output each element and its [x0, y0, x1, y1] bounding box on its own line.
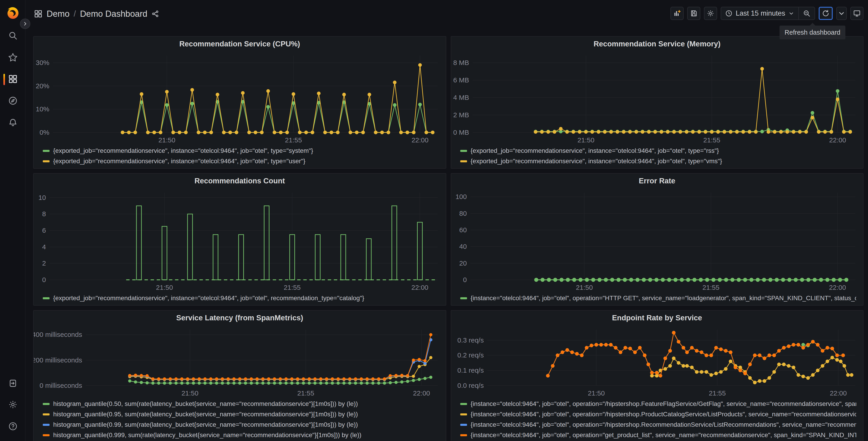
time-series-chart[interactable]: 0%10%20%30%21:5021:5522:00	[34, 51, 446, 145]
gear-icon	[707, 9, 714, 17]
svg-text:21:55: 21:55	[702, 284, 719, 291]
legend-item[interactable]: {instance="otelcol:9464", job="otel", op…	[460, 293, 857, 303]
svg-text:400 milliseconds: 400 milliseconds	[34, 331, 82, 338]
sidebar-item-alerting[interactable]	[6, 116, 20, 129]
legend-swatch	[460, 160, 467, 162]
save-icon	[690, 9, 698, 17]
legend-swatch	[43, 403, 50, 405]
svg-text:2: 2	[42, 259, 46, 267]
time-series-chart[interactable]: 0 MB2 MB4 MB6 MB8 MB21:5021:5522:00	[451, 51, 863, 145]
panel-error-rate: Error Rate 02040608010021:5021:5522:00 {…	[451, 173, 864, 305]
refresh-interval-button[interactable]	[836, 7, 847, 20]
dashboard-grid: Recommendation Service (CPU%) 0%10%20%30…	[33, 36, 864, 441]
bar-chart[interactable]: 024681021:5021:5522:00	[34, 188, 446, 293]
panel-title[interactable]: Service Latency (from SpanMetrics)	[34, 311, 446, 325]
refresh-dashboard-button[interactable]	[819, 7, 833, 20]
legend-item[interactable]: {instance="otelcol:9464", job="otel", op…	[460, 409, 857, 419]
sidebar-item-settings[interactable]	[6, 398, 20, 411]
sidebar-item-explore[interactable]	[6, 94, 20, 107]
legend-item[interactable]: {exported_job="recommendationservice", i…	[460, 146, 857, 156]
svg-text:21:55: 21:55	[703, 136, 720, 144]
legend-label: {exported_job="recommendationservice", i…	[471, 147, 719, 154]
legend-swatch	[43, 424, 50, 426]
time-series-chart[interactable]: 02040608010021:5021:5522:00	[451, 188, 863, 293]
sidebar-item-starred[interactable]	[6, 51, 20, 64]
panel-service-latency: Service Latency (from SpanMetrics) 0 mil…	[33, 310, 446, 441]
breadcrumb-page[interactable]: Demo Dashboard	[80, 9, 147, 19]
legend-swatch	[43, 297, 50, 299]
time-series-chart[interactable]: 0 milliseconds200 milliseconds400 millis…	[34, 325, 446, 398]
refresh-tooltip: Refresh dashboard	[779, 26, 845, 39]
legend-item[interactable]: {instance="otelcol:9464", job="otel", op…	[460, 399, 857, 409]
add-panel-button[interactable]	[671, 7, 684, 20]
svg-text:22:00: 22:00	[829, 136, 846, 144]
chevron-down-icon	[838, 9, 845, 17]
dashboard-settings-button[interactable]	[704, 7, 717, 20]
legend-label: {instance="otelcol:9464", job="otel", op…	[471, 400, 857, 408]
legend-label: {exported_job="recommendationservice", i…	[53, 157, 306, 165]
grafana-logo-icon[interactable]	[4, 3, 22, 21]
svg-text:0.0 req/s: 0.0 req/s	[457, 382, 484, 389]
star-icon	[8, 53, 18, 62]
legend-item[interactable]: {exported_job="recommendationservice", i…	[43, 146, 439, 156]
active-indicator	[3, 74, 5, 85]
svg-text:0.1 req/s: 0.1 req/s	[457, 366, 484, 374]
panel-title[interactable]: Recommendation Service (CPU%)	[34, 37, 446, 51]
chevron-right-icon	[23, 21, 28, 26]
svg-text:22:00: 22:00	[411, 284, 428, 291]
legend-item[interactable]: {instance="otelcol:9464", job="otel", op…	[460, 419, 857, 430]
time-range-picker[interactable]: Last 15 minutes	[721, 7, 798, 20]
panel-title[interactable]: Endpoint Rate by Service	[451, 311, 863, 325]
expand-sidebar-button[interactable]	[20, 19, 30, 29]
svg-text:21:50: 21:50	[158, 136, 175, 144]
legend-swatch	[43, 150, 50, 152]
legend-item[interactable]: histogram_quantile(0.99, sum(rate(latenc…	[43, 419, 439, 430]
legend-swatch	[43, 413, 50, 415]
sidebar-item-help[interactable]	[6, 420, 20, 433]
time-series-chart[interactable]: 0.0 req/s0.1 req/s0.2 req/s0.3 req/s21:5…	[451, 325, 863, 398]
legend-swatch	[460, 403, 467, 405]
panel-title[interactable]: Error Rate	[451, 174, 863, 188]
sidebar-item-dashboards[interactable]	[6, 72, 20, 86]
clock-icon	[725, 10, 733, 17]
legend-item[interactable]: histogram_quantile(0.50, sum(rate(latenc…	[43, 399, 439, 409]
search-icon	[8, 31, 18, 40]
panel-legend: {exported_job="recommendationservice", i…	[34, 293, 446, 305]
svg-text:21:50: 21:50	[577, 136, 594, 144]
panel-legend: {exported_job="recommendationservice", i…	[451, 145, 863, 168]
legend-swatch	[460, 434, 467, 436]
legend-item[interactable]: {exported_job="recommendationservice", i…	[460, 156, 857, 167]
svg-text:0: 0	[42, 276, 46, 284]
legend-label: histogram_quantile(0.99, sum(rate(latenc…	[53, 421, 358, 428]
dashboard-toolbar: Last 15 minutes	[671, 7, 864, 20]
share-icon[interactable]	[151, 10, 159, 18]
legend-label: {instance="otelcol:9464", job="otel", op…	[471, 295, 857, 302]
svg-text:21:55: 21:55	[285, 136, 302, 144]
legend-label: {instance="otelcol:9464", job="otel", op…	[471, 411, 857, 418]
svg-text:21:50: 21:50	[588, 389, 604, 397]
legend-item[interactable]: histogram_quantile(0.95, sum(rate(latenc…	[43, 409, 439, 419]
svg-text:80: 80	[459, 210, 467, 217]
legend-swatch	[43, 160, 50, 162]
breadcrumb-section[interactable]: Demo	[46, 9, 69, 19]
svg-text:21:55: 21:55	[709, 389, 726, 397]
panel-legend: {instance="otelcol:9464", job="otel", op…	[451, 293, 863, 305]
svg-text:22:00: 22:00	[829, 284, 846, 291]
legend-item[interactable]: {exported_job="recommendationservice", i…	[43, 156, 439, 167]
legend-item[interactable]: {exported_job="recommendationservice", i…	[43, 293, 439, 303]
breadcrumb: Demo / Demo Dashboard	[34, 0, 159, 28]
legend-item[interactable]: histogram_quantile(0.999, sum(rate(laten…	[43, 430, 439, 440]
kiosk-mode-button[interactable]	[850, 7, 864, 20]
zoom-out-button[interactable]	[799, 7, 815, 20]
save-dashboard-button[interactable]	[687, 7, 700, 20]
legend-item[interactable]: {instance="otelcol:9464", job="otel", op…	[460, 430, 857, 440]
panel-title[interactable]: Recommendations Count	[34, 174, 446, 188]
legend-swatch	[43, 434, 50, 436]
sidebar-item-search[interactable]	[6, 29, 20, 42]
sidebar-item-sign-in[interactable]	[6, 377, 20, 390]
legend-label: {instance="otelcol:9464", job="otel", op…	[471, 421, 857, 428]
monitor-icon	[853, 9, 861, 17]
bell-icon	[8, 118, 18, 127]
top-bar: Demo / Demo Dashboard Last 15 minutes	[26, 0, 868, 28]
legend-label: {exported_job="recommendationservice", i…	[53, 295, 364, 302]
